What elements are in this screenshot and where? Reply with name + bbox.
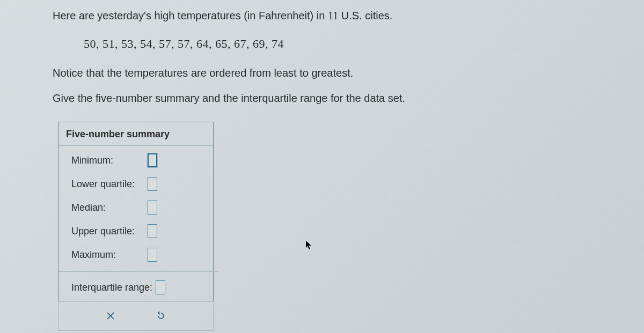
- lower-quartile-label: Lower quartile:: [71, 179, 148, 190]
- summary-divider: [58, 271, 218, 272]
- summary-body: Minimum: Lower quartile: Median: Upper q…: [58, 146, 213, 274]
- x-icon: [106, 312, 115, 320]
- instruction-text: Give the five-number summary and the int…: [53, 92, 644, 105]
- minimum-row: Minimum:: [71, 153, 206, 167]
- undo-icon: [156, 311, 166, 321]
- city-count: 11: [328, 10, 338, 21]
- five-number-summary-box: Five-number summary Minimum: Lower quart…: [58, 122, 214, 301]
- iqr-input[interactable]: [156, 280, 165, 294]
- reset-button[interactable]: [154, 309, 168, 323]
- clear-button[interactable]: [104, 309, 118, 323]
- iqr-label: Interquartile range:: [71, 282, 152, 293]
- lower-quartile-input[interactable]: [148, 177, 157, 191]
- upper-quartile-input[interactable]: [148, 224, 157, 238]
- upper-quartile-row: Upper quartile:: [71, 224, 206, 238]
- intro-text: Here are yesterday's high temperatures (…: [53, 10, 644, 22]
- intro-prefix: Here are yesterday's high temperatures (…: [53, 10, 328, 21]
- minimum-input[interactable]: [148, 153, 157, 167]
- median-input[interactable]: [148, 201, 157, 214]
- median-row: Median:: [71, 201, 206, 214]
- summary-header: Five-number summary: [58, 122, 213, 146]
- lower-quartile-row: Lower quartile:: [71, 177, 206, 191]
- minimum-label: Minimum:: [71, 155, 148, 166]
- problem-content: Here are yesterday's high temperatures (…: [0, 10, 644, 331]
- answer-toolbar: [58, 301, 214, 331]
- maximum-input[interactable]: [148, 248, 157, 262]
- median-label: Median:: [71, 202, 148, 213]
- intro-suffix: U.S. cities.: [338, 10, 392, 21]
- maximum-row: Maximum:: [71, 248, 206, 262]
- maximum-label: Maximum:: [71, 249, 148, 261]
- iqr-row: Interquartile range:: [58, 274, 213, 301]
- temperature-data: 50, 51, 53, 54, 57, 57, 64, 65, 67, 69, …: [53, 37, 644, 51]
- upper-quartile-label: Upper quartile:: [71, 226, 148, 237]
- ordering-note: Notice that the temperatures are ordered…: [53, 67, 644, 79]
